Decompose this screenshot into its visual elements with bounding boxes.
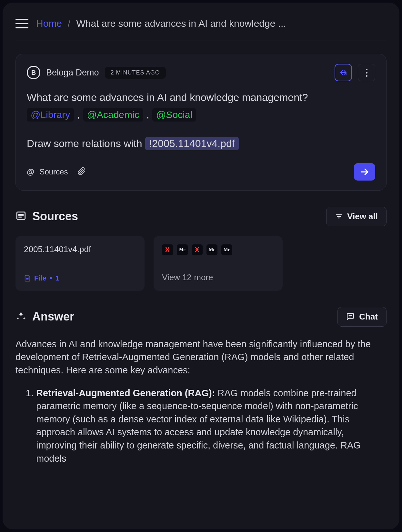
relation-row: Draw some relations with !2005.11401v4.p… <box>27 137 375 150</box>
answer-heading: Answer <box>32 310 74 323</box>
source-thumb-icon: Mc <box>221 244 232 255</box>
paperclip-icon <box>77 167 86 175</box>
source-card-file[interactable]: 2005.11401v4.pdf File • 1 <box>15 236 145 291</box>
chat-button[interactable]: Chat <box>337 307 387 327</box>
menu-button[interactable] <box>15 19 28 28</box>
tag-social[interactable]: @Social <box>152 108 196 122</box>
answer-body: Advances in AI and knowledge management … <box>15 338 387 465</box>
timestamp-badge: 2 MINUTES AGO <box>105 67 166 79</box>
view-more-label: View 12 more <box>162 272 274 282</box>
view-all-button[interactable]: View all <box>326 207 387 226</box>
breadcrumb: Home / What are some advances in AI and … <box>36 18 286 29</box>
sources-heading: Sources <box>32 210 78 223</box>
source-count: 1 <box>55 274 59 282</box>
file-icon <box>24 275 31 282</box>
answer-list-item: Retrieval-Augmented Generation (RAG): RA… <box>36 387 387 465</box>
sources-label: Sources <box>39 167 68 176</box>
answer-item-title: Retrieval-Augmented Generation (RAG): <box>36 388 215 398</box>
tag-row: @Library , @Academic , @Social <box>27 108 375 122</box>
breadcrumb-separator: / <box>68 18 70 29</box>
arrow-right-icon <box>360 167 369 177</box>
avatar: B <box>27 66 40 79</box>
tag-academic[interactable]: @Academic <box>83 108 143 122</box>
send-button[interactable] <box>354 163 375 181</box>
attach-button[interactable] <box>77 167 86 177</box>
answer-section-header: Answer Chat <box>15 307 387 327</box>
sources-section-header: Sources View all <box>15 207 387 226</box>
list-icon <box>15 210 26 222</box>
sparkle-icon <box>15 310 26 323</box>
source-card-more[interactable]: X Mc X Mc Mc View 12 more <box>154 236 283 291</box>
answer-intro: Advances in AI and knowledge management … <box>15 338 387 377</box>
source-title: 2005.11401v4.pdf <box>24 244 136 254</box>
more-icon <box>366 69 367 77</box>
file-reference[interactable]: !2005.11401v4.pdf <box>145 137 238 150</box>
username: Beloga Demo <box>46 68 99 78</box>
query-text: What are some advances in AI and knowled… <box>27 90 375 105</box>
share-button[interactable] <box>335 64 352 81</box>
breadcrumb-current: What are some advances in AI and knowled… <box>76 18 286 29</box>
source-thumbnails: X Mc X Mc Mc <box>162 244 274 255</box>
source-thumb-icon: Mc <box>177 244 188 255</box>
tag-library[interactable]: @Library <box>27 108 74 122</box>
at-icon: @ <box>27 167 34 176</box>
filter-icon <box>335 212 343 220</box>
breadcrumb-home[interactable]: Home <box>36 18 62 29</box>
sources-button[interactable]: @ Sources <box>27 167 68 176</box>
source-thumb-icon: Mc <box>206 244 217 255</box>
relation-prefix: Draw some relations with <box>27 138 142 150</box>
answer-item-body: RAG models combine pre-trained parametri… <box>36 388 361 464</box>
source-type: File <box>34 274 46 282</box>
source-thumb-icon: X <box>192 244 203 255</box>
query-card: B Beloga Demo 2 MINUTES AGO What are som… <box>15 54 387 191</box>
chat-icon <box>346 312 355 321</box>
source-thumb-icon: X <box>162 244 173 255</box>
chat-label: Chat <box>359 312 378 322</box>
more-options-button[interactable] <box>358 64 375 81</box>
share-icon <box>339 68 347 77</box>
view-all-label: View all <box>347 212 378 222</box>
